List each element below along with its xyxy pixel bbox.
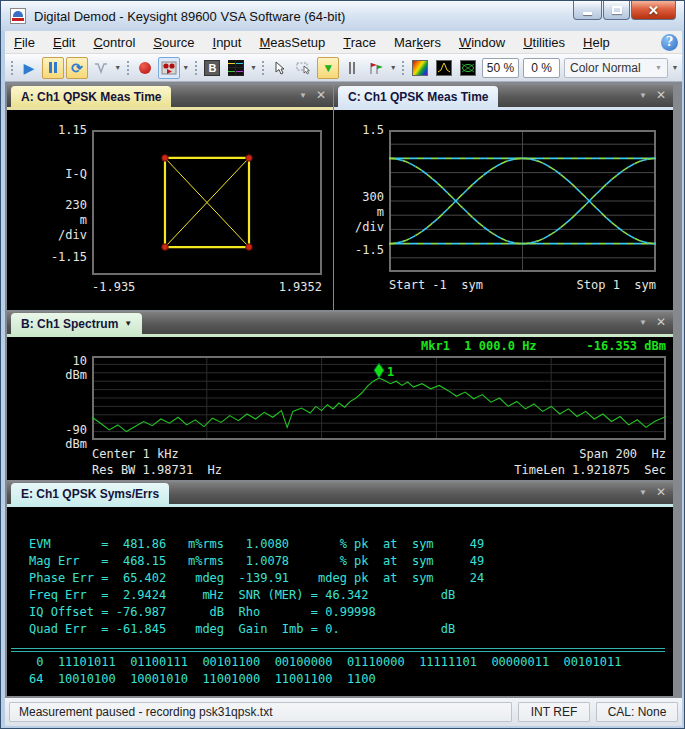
recording-player-button[interactable] [158,57,180,79]
pointer-icon [274,61,286,75]
panel-e: E: Ch1 QPSK Syms/Errs ▼ ✕ EVM = 481.86 m… [7,482,673,696]
spectrum-plot[interactable]: 1 [92,356,666,440]
spectrogram-icon [412,60,428,76]
panel-close-icon[interactable]: ✕ [656,486,666,498]
panel-close-icon[interactable]: ✕ [656,316,666,328]
markers-dropdown[interactable]: ▼ [388,57,398,79]
menu-utilities[interactable]: Utilities [514,32,574,53]
axis-x-start: Start -1 sym [389,278,483,292]
panel-menu-icon[interactable]: ▼ [639,488,647,497]
spectrogram-view-button[interactable] [409,57,431,79]
panel-close-icon[interactable]: ✕ [316,89,326,101]
eye-view-icon [460,60,476,76]
minimize-button[interactable] [573,1,602,20]
symbol-bits-row: 64 10010100 10001010 11001000 11001100 1… [29,672,621,689]
trace-b-button[interactable]: B [201,57,223,79]
spectrum-view-button[interactable] [433,57,455,79]
marker-select-icon [296,61,312,75]
play-button[interactable]: ▶ [18,57,40,79]
panel-close-icon[interactable]: ✕ [656,89,666,101]
axis-y-max: 10 [7,354,87,368]
eye-diagram-plot[interactable] [389,130,656,272]
symbol-bits-row: 0 11101011 01100111 00101100 00100000 01… [29,655,621,672]
axis-y-min-unit: dBm [7,437,87,451]
axis-y-min: -90 [7,423,87,437]
panel-menu-icon[interactable]: ▼ [639,318,647,327]
couplings-button[interactable] [341,57,363,79]
axis-y-scale-label: /div [58,228,87,242]
panel-a-header[interactable]: A: Ch1 QPSK Meas Time ▼ ✕ [7,85,333,107]
menu-source[interactable]: Source [144,32,203,53]
axis-y-max: 1.5 [334,123,384,137]
panel-b-header[interactable]: B: Ch1 Spectrum ▼ ▼ ✕ [7,312,673,334]
menu-edit[interactable]: Edit [44,32,84,53]
tab-e[interactable]: E: Ch1 QPSK Syms/Errs [11,483,169,504]
toolbar-grip[interactable] [10,60,14,76]
help-icon[interactable]: ? [661,34,678,51]
menu-control[interactable]: Control [84,32,144,53]
panel-a-plot-area[interactable]: 1.15 I-Q 230 m /div -1.15 -1.935 1.9352 [7,110,333,310]
spectrum-view-icon [436,60,452,76]
axis-y-scale: 300 [334,190,384,204]
tab-b[interactable]: B: Ch1 Spectrum ▼ [11,313,142,334]
panel-e-header[interactable]: E: Ch1 QPSK Syms/Errs ▼ ✕ [7,482,673,504]
chevron-down-icon: ▼ [655,64,662,71]
trace-select-dropdown-icon[interactable]: ▼ [124,319,132,328]
panel-b-plot-area[interactable]: Mkr1 1 000.0 Hz -16.353 dBm 10 dBm -90 d… [7,337,673,480]
panel-menu-icon[interactable]: ▼ [299,91,307,100]
panel-c-plot-area[interactable]: 1.5 300 m /div -1.5 Start -1 sym Stop 1 … [334,110,673,310]
axis-y-min: -1.15 [51,250,87,264]
menu-meassetup[interactable]: MeasSetup [250,32,334,53]
peak-marker-button[interactable]: ▼ [317,57,339,79]
pointer-button[interactable] [269,57,291,79]
pause-button[interactable] [42,57,64,79]
close-button[interactable]: ✕ [631,1,676,20]
eye-view-button[interactable] [457,57,479,79]
tab-a[interactable]: A: Ch1 QPSK Meas Time [11,86,171,107]
tab-c[interactable]: C: Ch1 QPSK Meas Time [338,86,498,107]
trace-layout-icon [228,60,244,76]
toolbar-overflow-dropdown[interactable]: ▼ [670,57,680,79]
acquisition-dropdown[interactable]: ▼ [113,57,123,79]
pause-icon [49,62,57,73]
panel-a: A: Ch1 QPSK Meas Time ▼ ✕ 1.15 I-Q 230 m… [7,85,333,310]
status-message-text: Measurement paused - recording psk31qpsk… [19,705,272,719]
marker-select-button[interactable] [293,57,315,79]
menu-help[interactable]: Help [574,32,619,53]
toolbar-grip[interactable] [261,60,265,76]
color-mode-select[interactable]: Color Normal▼ [564,58,668,78]
offset-percent-value: 0 % [531,61,552,75]
trace-layout-button[interactable] [225,57,247,79]
app-window: Digital Demod - Keysight 89600 VSA Softw… [0,0,685,729]
error-summary-row: Mag Err = 468.15 m%rms 1.0078 % pk at sy… [29,554,484,571]
panel-c-header[interactable]: C: Ch1 QPSK Meas Time ▼ ✕ [334,85,673,107]
panel-menu-icon[interactable]: ▼ [639,91,647,100]
maximize-button[interactable] [603,1,630,20]
recording-dropdown[interactable]: ▼ [181,57,191,79]
menu-input[interactable]: Input [204,32,251,53]
constellation-plot[interactable] [92,130,322,275]
tab-b-label: B: Ch1 Spectrum [21,317,118,331]
trace-b-icon: B [204,60,220,76]
tab-c-label: C: Ch1 QPSK Meas Time [348,90,488,104]
single-acquisition-button[interactable] [90,57,112,79]
toolbar-grip[interactable] [126,60,130,76]
repeat-button[interactable]: ⟳ [66,57,88,79]
record-button[interactable] [134,57,156,79]
error-summary-row: Freq Err = 2.9424 mHz SNR (MER) = 46.342… [29,588,484,605]
trace-layout-dropdown[interactable]: ▼ [248,57,258,79]
menu-markers[interactable]: Markers [385,32,450,53]
toolbar-grip[interactable] [401,60,405,76]
offset-percent-field[interactable]: 0 % [523,58,560,78]
menu-window[interactable]: Window [450,32,514,53]
toolbar-grip[interactable] [194,60,198,76]
menu-trace[interactable]: Trace [334,32,385,53]
window-title: Digital Demod - Keysight 89600 VSA Softw… [34,9,345,24]
zoom-percent-field[interactable]: 50 % [482,58,519,78]
panel-e-table-area[interactable]: EVM = 481.86 m%rms 1.0080 % pk at sym 49… [7,507,673,696]
marker-level: -16.353 dBm [587,339,666,353]
marker-flags-button[interactable] [365,57,387,79]
menu-file[interactable]: File [5,32,44,53]
reference-text: INT REF [531,705,577,719]
svg-text:1: 1 [387,365,394,379]
